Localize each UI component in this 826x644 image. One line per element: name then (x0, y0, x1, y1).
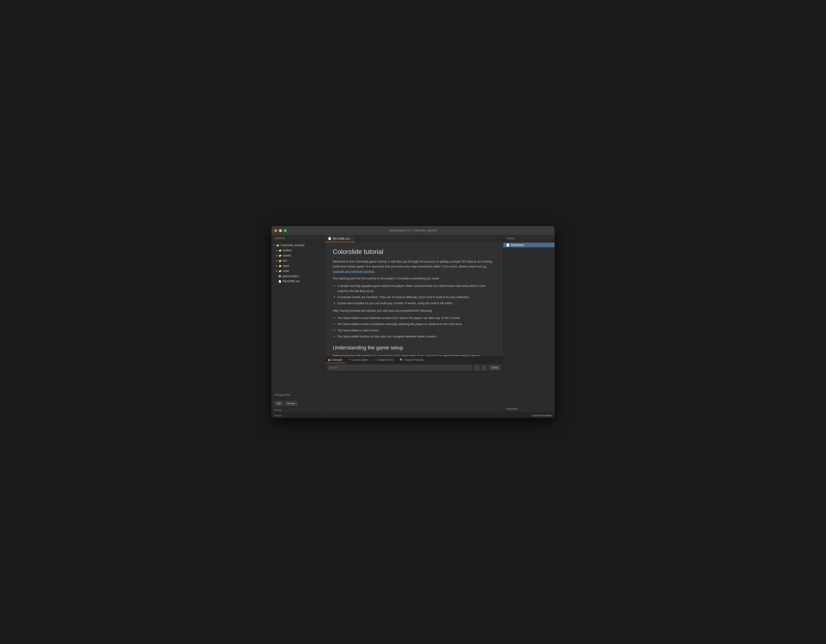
tree-item-doc[interactable]: ▶ 📁 doc (272, 258, 325, 263)
bullet-2-4: You have added buttons so the user can n… (337, 334, 495, 339)
folder-icon: 📁 (278, 259, 282, 262)
bullet-1-3: Assets are included so you can build any… (337, 301, 495, 306)
left-sidebar: Assets ▼ 📁 Colorslide_tutorial2 ▶ 📁 buil… (272, 235, 325, 412)
tree-item-main[interactable]: ▶ 📁 main (272, 268, 325, 273)
bottom-panel: ▶ Console 〜 Curve Editor ⚠ Build Errors … (325, 356, 503, 412)
curve-editor-icon: 〜 (349, 358, 351, 362)
folder-icon: 📁 (278, 264, 282, 268)
outline-tree-label: Markdown (511, 244, 524, 247)
prev-result-btn[interactable]: ‹ (474, 365, 480, 371)
setup-heading: Understanding the game setup (333, 345, 495, 351)
tab-label: README.md (333, 237, 349, 241)
tree-item-assets[interactable]: ▶ 📁 assets (272, 253, 325, 258)
assets-header: Assets (272, 235, 325, 242)
diff-button[interactable]: Diff (274, 401, 283, 406)
markdown-file-icon: 📄 (506, 244, 510, 247)
clear-btn[interactable]: Clear (489, 365, 501, 370)
tree-item-readme[interactable]: 📄 README.md (272, 279, 325, 284)
bottom-tab-bar: ▶ Console 〜 Curve Editor ⚠ Build Errors … (325, 356, 503, 363)
tree-item-label: README.md (283, 279, 299, 283)
window-title: Defold Editor 2.0 – Colorslide_tutorial2 (389, 229, 437, 232)
console-content: ‹ › Clear (325, 363, 503, 412)
bullet-2-2: You have added a level completion messag… (337, 321, 495, 327)
doc-title: Colorslide tutorial (333, 248, 495, 256)
outline-tree-item-markdown[interactable]: 📄 Markdown (503, 243, 554, 247)
tree-item-builtins[interactable]: ▶ 📁 builtins (272, 248, 325, 253)
tree-item-input[interactable]: ▶ 📁 input (272, 263, 325, 268)
arrow-icon: ▶ (276, 254, 278, 257)
changed-files-section: Changed Files (272, 391, 325, 399)
intro-suffix: . (374, 270, 375, 273)
tab-readme[interactable]: 📄 README.md × (325, 235, 356, 242)
search-results-icon: 🔍 (400, 358, 403, 362)
intro-paragraph-2: The starting point for this tutorial is … (333, 276, 495, 281)
folder-icon: 📁 (276, 244, 279, 247)
tree-item-label: input (283, 264, 289, 267)
tree-item-label: main (283, 269, 289, 273)
console-log-area (325, 372, 503, 412)
minimize-button[interactable] (279, 229, 282, 232)
main-layout: Assets ▼ 📁 Colorslide_tutorial2 ▶ 📁 buil… (272, 235, 554, 412)
bullet-1-2: 4 example levels are included. They are … (337, 295, 495, 300)
tab-close-icon[interactable]: × (351, 237, 352, 240)
folder-icon: 📁 (278, 269, 282, 273)
outline-tree: 📄 Markdown (503, 242, 554, 248)
right-sidebar: Outline 📄 Markdown Properties (503, 235, 554, 412)
curve-editor-label: Curve Editor (352, 358, 368, 362)
tab-curve-editor[interactable]: 〜 Curve Editor (345, 356, 371, 363)
bullet-2-1: You have added a level selection screen … (337, 315, 495, 321)
arrow-icon: ▶ (276, 259, 278, 262)
bullet-2-3: You have added a start screen. (337, 328, 495, 333)
project-icon: 🟢 (278, 274, 282, 278)
revert-button[interactable]: Revert (284, 401, 297, 406)
console-toolbar: ‹ › Clear (325, 363, 503, 372)
tab-build-errors[interactable]: ⚠ Build Errors (371, 356, 397, 363)
intro-paragraph-3: After having finished the tutorial, you … (333, 309, 495, 313)
arrow-icon: ▶ (276, 270, 278, 272)
tree-item-root[interactable]: ▼ 📁 Colorslide_tutorial2 (272, 243, 325, 248)
setup-text-1: Before beginning the tutorial, (333, 354, 373, 356)
sidebar-status: Ready (272, 408, 325, 412)
changed-files-header: Changed Files (274, 393, 322, 396)
main-collection-link[interactable]: "main.collection" (416, 354, 439, 356)
arrow-icon: ▶ (276, 249, 278, 251)
traffic-lights (274, 229, 287, 232)
tree-item-label: Colorslide_tutorial2 (281, 244, 305, 247)
status-text: Ready (274, 414, 282, 417)
build-errors-icon: ⚠ (375, 358, 377, 362)
setup-text-3: to see how the game is set up. (439, 354, 481, 356)
file-icon: 📄 (278, 279, 282, 283)
outline-panel-header: Outline (503, 235, 554, 242)
build-errors-label: Build Errors (379, 358, 393, 362)
setup-text-2: , then open (401, 354, 416, 356)
tab-console[interactable]: ▶ Console (325, 356, 345, 363)
center-content: 📄 README.md × Colorslide tutorial Welcom… (325, 235, 503, 412)
folder-icon: 📁 (278, 254, 282, 258)
next-result-btn[interactable]: › (481, 365, 487, 371)
tree-item-label: builtins (283, 249, 292, 252)
search-input[interactable] (328, 365, 472, 370)
close-button[interactable] (274, 229, 277, 232)
tree-item-label: game.project (283, 275, 299, 278)
console-label: Console (332, 358, 342, 362)
intro-paragraph-1: Welcome to the Colorslide game tutorial.… (333, 259, 495, 274)
tab-search-results[interactable]: 🔍 Search Results (396, 356, 427, 363)
editor-tab-bar: 📄 README.md × (325, 235, 503, 242)
update-available-link[interactable]: Update Available (533, 414, 552, 417)
console-icon: ▶ (329, 358, 331, 362)
sidebar-bottom-buttons: Diff Revert (272, 399, 325, 408)
status-bar: Ready Update Available (272, 412, 554, 418)
tree-item-game-project[interactable]: 🟢 game.project (272, 273, 325, 279)
markdown-editor: Colorslide tutorial Welcome to the Color… (325, 242, 503, 356)
arrow-icon: ▶ (276, 265, 278, 267)
bullet-1-1: A simple but fully playable game where t… (337, 283, 495, 294)
folder-icon: 📁 (278, 248, 282, 252)
run-game-link[interactable]: try running the game (373, 354, 401, 356)
maximize-button[interactable] (284, 229, 287, 232)
tree-item-label: doc (283, 259, 287, 262)
search-results-label: Search Results (404, 358, 423, 362)
arrow-icon: ▼ (273, 244, 275, 247)
tree-item-label: assets (283, 254, 291, 257)
bullets-2: You have added a level selection screen … (337, 315, 495, 339)
file-tree: ▼ 📁 Colorslide_tutorial2 ▶ 📁 builtins ▶ … (272, 242, 325, 391)
